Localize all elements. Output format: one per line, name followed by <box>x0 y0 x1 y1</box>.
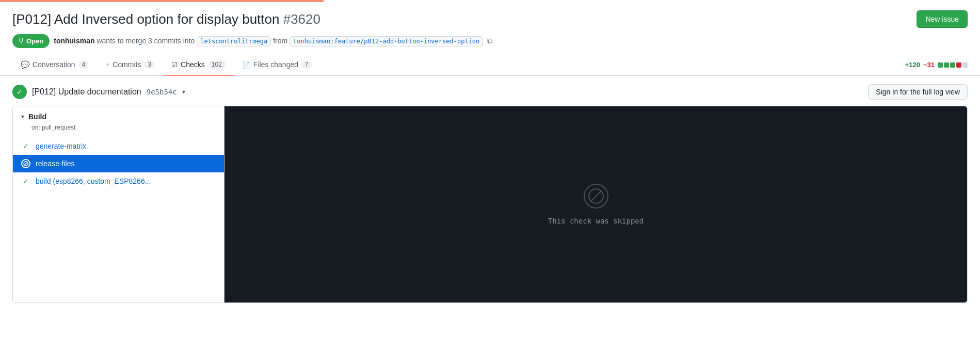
diff-block-1 <box>938 62 943 68</box>
check-name-build: build (esp8266, custom_ESP8266... <box>36 177 151 185</box>
skip-icon-inner <box>23 161 28 166</box>
skipped-icon <box>584 184 608 209</box>
tab-conversation[interactable]: 💬 Conversation 4 <box>12 54 97 76</box>
status-label: Open <box>26 37 43 45</box>
content-area: ✓ [P012] Update documentation 9e5b54c ▾ … <box>0 76 980 311</box>
tab-conversation-label: Conversation <box>33 60 75 69</box>
pr-number: #3620 <box>283 11 320 27</box>
commits-icon: ⑂ <box>105 61 109 69</box>
tabs-left: 💬 Conversation 4 ⑂ Commits 3 ☑ Checks 10… <box>12 54 320 75</box>
tab-commits[interactable]: ⑂ Commits 3 <box>97 54 163 76</box>
pr-action-text: wants to merge 3 commits into <box>97 37 195 45</box>
open-badge: ⑂ Open <box>12 34 50 48</box>
check-item-release-files[interactable]: release-files <box>13 155 224 172</box>
commit-dropdown-button[interactable]: ▾ <box>182 88 185 95</box>
checks-icon: ☑ <box>171 61 178 69</box>
skipped-text: This check was skipped <box>548 217 644 225</box>
pr-meta: ⑂ Open tonhuisman wants to merge 3 commi… <box>0 32 980 54</box>
tab-files-badge: 7 <box>301 60 312 69</box>
skip-circle-icon <box>588 188 604 204</box>
tab-commits-label: Commits <box>113 60 141 69</box>
check-item-generate-matrix[interactable]: ✓ generate-matrix <box>13 137 224 155</box>
diff-block-5 <box>962 62 968 68</box>
pr-title-text: [P012] Add Inversed option for display b… <box>12 11 279 27</box>
success-icon-build: ✓ <box>21 177 30 186</box>
tabs-row: 💬 Conversation 4 ⑂ Commits 3 ☑ Checks 10… <box>0 54 980 76</box>
sign-in-log-button[interactable]: Sign in for the full log view <box>868 84 968 100</box>
success-icon-generate: ✓ <box>21 141 30 151</box>
checkmark-icon: ✓ <box>17 88 23 96</box>
new-issue-button[interactable]: New issue <box>917 10 968 28</box>
diff-block-2 <box>944 62 949 68</box>
commit-info: ✓ [P012] Update documentation 9e5b54c ▾ <box>12 85 185 99</box>
base-ref-link[interactable]: letscontrolit:mega <box>197 36 271 46</box>
tab-checks-label: Checks <box>181 60 205 69</box>
tab-files-label: Files changed <box>253 60 298 69</box>
svg-line-3 <box>591 191 601 201</box>
commit-title: [P012] Update documentation <box>32 87 141 97</box>
merge-icon: ⑂ <box>19 37 23 45</box>
commit-header: ✓ [P012] Update documentation 9e5b54c ▾ … <box>12 84 968 100</box>
build-title: Build <box>28 113 46 121</box>
diff-block-3 <box>950 62 955 68</box>
svg-line-1 <box>24 162 27 165</box>
pr-author: tonhuisman <box>54 37 94 45</box>
build-trigger: on: pull_request <box>31 124 216 131</box>
checks-panel: This check was skipped <box>224 106 967 302</box>
tab-conversation-badge: 4 <box>78 60 89 69</box>
diff-deletions: −31 <box>923 61 935 69</box>
diff-additions: +120 <box>905 61 920 69</box>
check-name-generate-matrix: generate-matrix <box>36 142 86 150</box>
tab-checks[interactable]: ☑ Checks 102 <box>163 54 234 76</box>
diff-stats: +120 −31 <box>905 61 968 69</box>
check-name-release-files: release-files <box>36 159 74 168</box>
checks-sidebar: ▾ Build on: pull_request ✓ generate-matr… <box>13 106 224 302</box>
header-row: [P012] Add Inversed option for display b… <box>0 2 980 32</box>
build-header[interactable]: ▾ Build <box>21 113 216 121</box>
tab-commits-badge: 3 <box>144 60 155 69</box>
tab-files-changed[interactable]: 📄 Files changed 7 <box>234 54 320 76</box>
files-icon: 📄 <box>242 61 250 69</box>
diff-block-4 <box>956 62 961 68</box>
pr-title: [P012] Add Inversed option for display b… <box>12 11 320 27</box>
checks-layout: ▾ Build on: pull_request ✓ generate-matr… <box>12 106 968 303</box>
commit-check-icon: ✓ <box>12 85 27 99</box>
commit-hash: 9e5b54c <box>147 88 177 96</box>
from-text: from <box>273 37 290 45</box>
tab-checks-badge: 102 <box>208 60 226 69</box>
copy-icon[interactable]: ⧉ <box>487 37 492 45</box>
diff-bar <box>938 62 968 68</box>
pr-meta-text: tonhuisman wants to merge 3 commits into… <box>54 37 492 45</box>
check-item-build[interactable]: ✓ build (esp8266, custom_ESP8266... <box>13 172 224 190</box>
build-section: ▾ Build on: pull_request <box>13 106 224 137</box>
conversation-icon: 💬 <box>21 60 29 69</box>
head-ref-link[interactable]: tonhuisman:feature/p012-add-button-inver… <box>290 36 483 46</box>
active-icon-release-files <box>21 159 30 168</box>
chevron-down-icon: ▾ <box>21 113 24 120</box>
